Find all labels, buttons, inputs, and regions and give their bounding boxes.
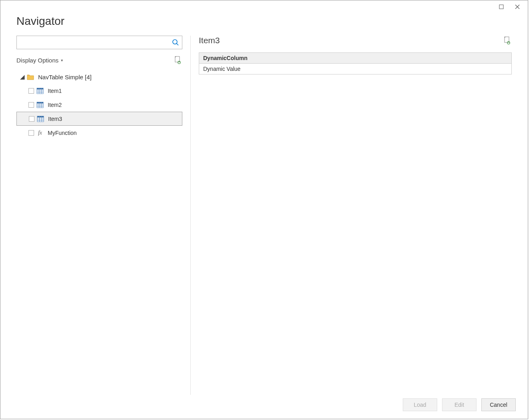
navigation-tree: ◢ NavTable Simple [4] Item1 Item2 [16, 70, 182, 387]
checkbox[interactable] [29, 116, 34, 122]
left-pane: Display Options ▾ ◢ NavTable Simple [4] … [16, 36, 191, 395]
table-row: Dynamic Value [199, 64, 512, 74]
search-box [16, 36, 182, 49]
svg-point-3 [173, 40, 177, 44]
preview-pane: Item3 DynamicColumn Dynamic Value [191, 36, 512, 395]
table-icon [36, 102, 44, 108]
svg-rect-8 [37, 88, 43, 90]
display-options-dropdown[interactable]: Display Options ▾ [16, 57, 63, 64]
svg-line-4 [177, 44, 179, 46]
tree-root-label: NavTable Simple [4] [38, 74, 91, 80]
display-options-label: Display Options [16, 57, 59, 64]
tree-root[interactable]: ◢ NavTable Simple [4] [16, 70, 182, 84]
edit-button[interactable]: Edit [442, 398, 477, 411]
search-icon[interactable] [169, 36, 182, 48]
preview-table: DynamicColumn Dynamic Value [199, 52, 512, 74]
search-input[interactable] [17, 36, 169, 48]
checkbox[interactable] [28, 130, 34, 136]
preview-column-header[interactable]: DynamicColumn [199, 53, 512, 64]
close-button[interactable] [509, 1, 525, 12]
dialog-footer: Load Edit Cancel [0, 395, 528, 419]
table-icon [37, 116, 44, 122]
tree-item-label: Item1 [48, 88, 62, 94]
svg-rect-20 [37, 116, 44, 118]
checkbox[interactable] [28, 88, 34, 94]
preview-refresh-button[interactable] [502, 36, 512, 45]
table-icon [36, 88, 44, 94]
tree-item-label: MyFunction [48, 130, 77, 136]
refresh-button[interactable] [173, 55, 182, 65]
chevron-down-icon: ▾ [61, 58, 63, 62]
tree-item-myfunction[interactable]: fx MyFunction [16, 126, 182, 140]
checkbox[interactable] [28, 102, 34, 108]
maximize-button[interactable] [493, 1, 509, 12]
svg-rect-14 [37, 102, 43, 104]
function-icon: fx [36, 130, 44, 136]
tree-item-item3[interactable]: Item3 [16, 112, 182, 126]
tree-item-item2[interactable]: Item2 [16, 98, 182, 112]
tree-item-label: Item2 [48, 102, 62, 108]
preview-cell[interactable]: Dynamic Value [199, 64, 512, 74]
titlebar [0, 0, 528, 13]
navigator-dialog: Navigator Display Options ▾ [0, 0, 528, 419]
tree-item-label: Item3 [48, 116, 62, 122]
cancel-button[interactable]: Cancel [481, 398, 516, 411]
folder-icon [27, 74, 34, 80]
svg-rect-0 [499, 5, 503, 9]
tree-item-item1[interactable]: Item1 [16, 84, 182, 98]
collapse-icon[interactable]: ◢ [19, 73, 26, 80]
load-button[interactable]: Load [403, 398, 437, 411]
preview-title: Item3 [199, 36, 220, 45]
dialog-title: Navigator [16, 15, 512, 28]
